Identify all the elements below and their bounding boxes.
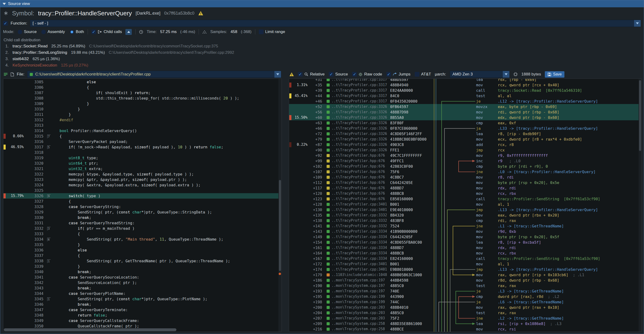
source-line[interactable]: 3314bool Profiler::HandleServerQuery() [3,128,282,134]
asm-source-location[interactable]: ..mon\TracySystem.cpp:197 [332,283,390,289]
title-bar[interactable]: Source view [0,0,644,7]
asm-source-location[interactable]: ..t\TracyProfiler.hpp:676 [332,196,390,202]
source-line[interactable]: 3319 uint8_t type; [3,155,282,161]
asm-row[interactable]: +190..mon\TracySystem.cpp:1974885C0testr… [289,283,642,289]
asm-source-location[interactable]: ..t\TracyProfiler.cpp:3401 [332,267,390,272]
source-line[interactable]: 3306 { [3,85,282,90]
asm-row[interactable]: +79..t\TracyProfiler.cpp:3326418B8C80E0B… [289,137,642,142]
asm-source-location[interactable]: ..t\TracyProfiler.cpp:3401 [332,202,390,207]
asm-row[interactable]: +92..t\TracyProfiler.hpp:67649C7C1FFFFFF… [289,153,642,158]
asm-row[interactable]: +123..t\TracyProfiler.hpp:676E850160000c… [289,196,642,202]
asm-source-location[interactable]: ..t\TracyProfiler.cpp:3326 [332,131,390,137]
asm-row[interactable]: +209..mon\TracySystem.cpp:258488D35E8861… [289,321,642,327]
parent-frame-button[interactable] [126,29,132,35]
asm-row[interactable]: +216..mon\TracySystem.cpp:258488BCEmovrc… [289,327,642,332]
asm-row[interactable]: +102..t\TracyProfiler.hpp:67642803C0F00c… [289,164,642,169]
asm-source-location[interactable]: ..t\TracyProfiler.cpp:3326 [332,142,390,148]
source-line[interactable]: 3320 uint64_t ptr; [3,161,282,166]
source-line[interactable]: 33323 if( ptr == m_mainThread ) [3,226,282,231]
source-line[interactable]: 46.93%33175 if( !m_sock->Read( &payload,… [3,144,282,150]
mode-radio-assembly[interactable]: Assembly [41,29,65,34]
asm-source-location[interactable]: ..t\TracyProfiler.cpp:3332 [332,223,390,229]
asm-source-location[interactable]: ..t\TracyProfiler.cpp:3334 [332,245,390,251]
asm-row[interactable]: +154..t\TracyProfiler.cpp:33344C8D055FBA… [289,240,642,245]
child-call-item[interactable]: 2.tracy::Profiler::SendLongString19.88 m… [4,49,640,56]
child-calls-checkbox[interactable] [92,29,96,34]
asm-row[interactable]: +56..t\TracyProfiler.cpp:3326488B7D98mov… [289,109,642,115]
asm-toggle-source[interactable]: Source [329,72,348,77]
scrollbar-handle[interactable] [279,180,281,271]
source-line[interactable]: 3341 case ServerQuerySourceLocation: [3,275,282,280]
source-line[interactable]: 3307 if( shouldExit ) return; [3,90,282,96]
source-line[interactable]: 3321 uint32_t extra; [3,166,282,171]
asm-source-location[interactable]: ..t\TracyProfiler.hpp:676 [332,191,390,196]
radio-circle[interactable] [41,30,46,34]
asm-row[interactable]: +164..t\TracyProfiler.cpp:3334488BCBmovr… [289,251,642,256]
asm-row[interactable]: +109..t\TracyProfiler.hpp:6764C8BC7movr8… [289,174,642,180]
mode-radio-both[interactable]: Both [70,29,84,34]
asm-source-location[interactable]: ..t\TracyProfiler.cpp:3401 [332,207,390,212]
asm-row[interactable]: +135..t\TracyProfiler.cpp:33328B4320move… [289,212,642,218]
child-call-item[interactable]: 3.stat64i32625 µs (1.36%) [4,56,640,62]
asm-source-location[interactable]: ..t\TracyProfiler.cpp:3317 [332,93,390,99]
asm-source-location[interactable]: ..t\TracyProfiler.cpp:3317 [332,99,390,104]
asm-row[interactable]: +46..t\TracyProfiler.cpp:33170F843502000… [289,99,642,104]
asm-source-location[interactable]: ..t\TracyProfiler.cpp:3326 [332,137,390,142]
asm-row[interactable]: +31..t\TracyProfiler.cpp:3317488D5597lea… [289,79,642,82]
source-line[interactable]: 0.66%33157{ [3,134,282,139]
asm-row[interactable]: +138..t\TracyProfiler.cpp:3332483BF8cmpr… [289,218,642,223]
asm-row[interactable]: +72..t\TracyProfiler.cpp:33264C8D05F146F… [289,131,642,137]
source-line[interactable]: 3349 case ServerQueryCallstackFrame: [3,318,282,323]
asm-source-location[interactable]: ..mon\TracySystem.cpp:203 [332,316,390,321]
asm-row[interactable]: +198..mon\TracySystem.cpp:199744Cje.L6 -… [289,299,642,305]
asm-source-location[interactable]: ..t\TracyProfiler.hpp:676 [332,153,390,158]
march-combo-button[interactable] [503,71,510,78]
asm-source-location[interactable]: ..t\TracyProfiler.hpp:676 [332,185,390,191]
source-line[interactable]: 3327 { [3,199,282,204]
collapse-icon[interactable] [2,3,6,5]
source-horizontal-scrollbar[interactable] [4,328,278,331]
asm-toggle-raw-code[interactable]: Raw code [352,72,382,77]
asm-toggle-source-checkbox[interactable] [329,72,334,77]
asm-row[interactable]: +52..t\TracyProfiler.cpp:33260FB64597mov… [289,104,642,109]
source-line[interactable]: 3340 break; [3,269,282,275]
asm-toggle-raw-code-checkbox[interactable] [352,72,357,77]
asm-source-location[interactable]: ..t\TracyProfiler.hpp:676 [332,174,390,180]
assembly-vertical-scrollbar[interactable] [638,79,642,332]
asm-row[interactable]: +99..t\TracyProfiler.hpp:67649FFC1incr9 … [289,158,642,164]
source-line[interactable]: 3309 } [3,101,282,106]
source-line[interactable]: 3348 return false; [3,313,282,318]
source-line[interactable]: 3329 SendString( ptr, (const char*)ptr, … [3,209,282,215]
asm-row[interactable]: +172..t\TracyProfiler.cpp:3401B001moval,… [289,261,642,267]
asm-row[interactable]: 45.41%+44..t\TracyProfiler.cpp:331784C0t… [289,93,642,99]
asm-row[interactable]: +204..mon\TracySystem.cpp:2034885C0testr… [289,310,642,316]
source-line[interactable]: 3328 case ServerQueryString: [3,204,282,209]
asm-source-location[interactable]: ..mon\TracySystem.cpp:197 [332,289,390,294]
asm-row[interactable]: +141..t\TracyProfiler.cpp:33327524jne.L1… [289,223,642,229]
asm-row[interactable]: +130..t\TracyProfiler.cpp:3401E9E4010000… [289,207,642,212]
function-combo-button[interactable] [634,20,641,27]
source-line[interactable]: 3313 [3,123,282,128]
asm-row[interactable]: +167..t\TracyProfiler.cpp:3334E824160000… [289,256,642,261]
save-button[interactable]: Save [545,71,564,78]
source-vertical-scrollbar[interactable] [278,79,282,332]
scrollbar-handle[interactable] [639,80,641,151]
asm-source-location[interactable]: ..mon\TracySystem.cpp:258 [332,327,390,332]
asm-source-location[interactable]: ..t\TracyProfiler.cpp:3317 [332,88,390,93]
source-line[interactable]: 3310 } [3,106,282,112]
asm-row[interactable]: +128..t\TracyProfiler.cpp:3401B001moval,… [289,202,642,207]
source-line[interactable]: 3337 { [3,253,282,258]
asm-source-location[interactable]: ..t\TracyProfiler.cpp:3326 [332,148,390,153]
asm-row[interactable]: +66..t\TracyProfiler.cpp:33260F87CE06000… [289,126,642,131]
asm-toggle-at-t-checkbox[interactable] [415,72,420,77]
child-calls-toggle[interactable]: Child calls [92,29,122,34]
source-line[interactable]: 15.79%33269 switch( type ) [3,193,282,199]
source-line[interactable]: 3331 case ServerQueryThreadString: [3,220,282,226]
source-line[interactable]: 3336 else [3,247,282,253]
asm-source-location[interactable]: ..t\TracyProfiler.cpp:3326 [332,126,390,131]
asm-source-location[interactable]: ..t\TracyProfiler.cpp:3317 [332,82,390,88]
asm-row[interactable]: +200..mon\TracySystem.cpp:203488B4010mov… [289,305,642,310]
asm-row[interactable]: 0.22%+87..t\TracyProfiler.cpp:33264903C8… [289,142,642,148]
mode-radio-source[interactable]: Source [18,29,36,34]
asm-row[interactable]: 15.50%+60..t\TracyProfiler.cpp:33268B55A… [289,115,642,120]
